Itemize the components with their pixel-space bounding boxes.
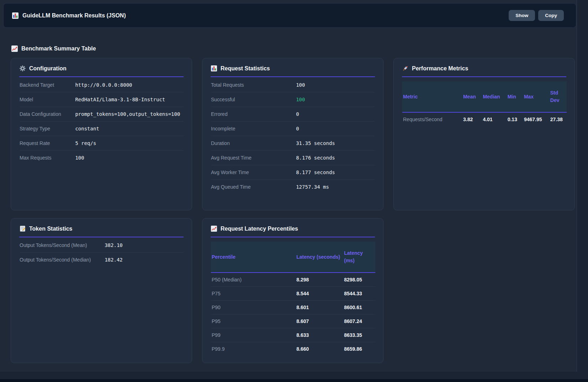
show-button[interactable]: Show (509, 10, 535, 21)
cell-std-dev: 27.38 (550, 112, 567, 126)
cell-latency-seconds: 8.298 (296, 273, 344, 287)
page-title: GuideLLM Benchmark Results (JSON) (22, 12, 126, 19)
section-title: Benchmark Summary Table (21, 45, 96, 52)
request-statistics-rows: Total Requests 100 Successful 100 Errore… (211, 77, 375, 194)
config-row-model: Model RedHatAI/Llama-3.1-8B-Instruct (20, 92, 183, 107)
row-label: Request Rate (20, 140, 75, 146)
grid-spacer (393, 218, 575, 363)
row-label: Backend Target (20, 82, 75, 88)
performance-metrics-card-header: Performance Metrics (402, 58, 566, 77)
row-value: 0 (296, 126, 299, 131)
bar-chart-icon (211, 65, 217, 72)
right-gutter (577, 0, 588, 382)
cell-latency-seconds: 8.607 (296, 314, 344, 328)
latency-percentiles-table: Percentile Latency (seconds) Latency (ms… (211, 242, 375, 356)
row-value: 12757.34 ms (296, 184, 329, 190)
memo-icon (19, 225, 26, 232)
bar-chart-icon (12, 12, 19, 19)
config-row-request-rate: Request Rate 5 req/s (20, 136, 183, 151)
performance-metrics-table: Metric Mean Median Min Max Std Dev Reque… (402, 81, 567, 126)
performance-table-row: Requests/Second 3.82 4.01 0.13 9467.95 2… (402, 112, 567, 126)
token-statistics-card-header: Token Statistics (19, 219, 184, 237)
cell-percentile: P90 (211, 301, 296, 314)
latency-percentiles-card: Request Latency Percentiles Percentile L… (202, 218, 383, 363)
cell-latency-seconds: 8.601 (296, 301, 344, 314)
row-value: RedHatAI/Llama-3.1-8B-Instruct (75, 97, 165, 102)
cell-mean: 3.82 (463, 112, 483, 126)
col-header-mean: Mean (463, 81, 483, 112)
stat-row-duration: Duration 31.35 seconds (211, 136, 375, 151)
cell-latency-ms: 8633.35 (344, 328, 375, 342)
row-label: Output Tokens/Second (Mean) (20, 242, 105, 248)
row-label: Strategy Type (20, 126, 75, 131)
config-row-strategy-type: Strategy Type constant (20, 122, 183, 136)
row-label: Successful (211, 97, 296, 102)
row-label: Avg Worker Time (211, 170, 296, 175)
stat-row-avg-request-time: Avg Request Time 8.176 seconds (211, 151, 375, 165)
latency-row-p50: P50 (Median) 8.298 8298.05 (211, 273, 375, 287)
footer-strip (0, 372, 588, 379)
cell-latency-seconds: 8.660 (296, 342, 344, 356)
config-row-max-requests: Max Requests 100 (20, 151, 183, 165)
chart-increasing-icon (211, 225, 217, 232)
row-label: Avg Request Time (211, 155, 296, 161)
latency-row-p90: P90 8.601 8600.61 (211, 301, 375, 314)
config-row-backend-target: Backend Target http://0.0.0.0:8000 (20, 78, 183, 92)
latency-row-p99-9: P99.9 8.660 8659.86 (211, 342, 375, 356)
cell-max: 9467.95 (524, 112, 550, 126)
row-label: Model (20, 97, 75, 102)
token-statistics-rows: Output Tokens/Second (Mean) 382.10 Outpu… (20, 237, 183, 267)
performance-metrics-title: Performance Metrics (412, 65, 468, 72)
cell-latency-ms: 8298.05 (344, 273, 375, 287)
stat-row-total-requests: Total Requests 100 (211, 78, 375, 92)
row-value: 0 (296, 111, 299, 117)
chart-increasing-icon (11, 45, 18, 52)
request-statistics-card-header: Request Statistics (211, 58, 375, 77)
row-value: constant (75, 126, 99, 131)
stat-row-errored: Errored 0 (211, 107, 375, 122)
row-label: Output Tokens/Second (Median) (20, 257, 105, 263)
cell-latency-ms: 8659.86 (344, 342, 375, 356)
row-value: 100 (296, 82, 305, 88)
stat-row-incomplete: Incomplete 0 (211, 122, 375, 136)
row-label: Data Configuration (20, 111, 75, 117)
col-header-latency-seconds: Latency (seconds) (296, 242, 344, 273)
token-statistics-title: Token Statistics (29, 226, 73, 232)
stat-row-successful: Successful 100 (211, 92, 375, 107)
cell-latency-seconds: 8.633 (296, 328, 344, 342)
latency-percentiles-card-header: Request Latency Percentiles (211, 219, 375, 237)
configuration-title: Configuration (29, 65, 67, 72)
row-label: Total Requests (211, 82, 296, 88)
copy-button[interactable]: Copy (538, 10, 564, 21)
app-content: GuideLLM Benchmark Results (JSON) Show C… (0, 0, 577, 363)
cell-metric: Requests/Second (402, 112, 463, 126)
performance-table-header-row: Metric Mean Median Min Max Std Dev (402, 81, 567, 112)
col-header-median: Median (483, 81, 507, 112)
section-heading: Benchmark Summary Table (11, 45, 577, 52)
cell-percentile: P75 (211, 287, 296, 301)
row-value: 31.35 seconds (296, 140, 335, 146)
row-value: 8.177 seconds (296, 170, 335, 175)
cell-min: 0.13 (508, 112, 524, 126)
col-header-std-dev: Std Dev (550, 81, 567, 112)
latency-row-p99: P99 8.633 8633.35 (211, 328, 375, 342)
col-header-percentile: Percentile (211, 242, 296, 273)
col-header-min: Min (508, 81, 524, 112)
cell-percentile: P99 (211, 328, 296, 342)
footer-strip-dark (0, 379, 588, 382)
rocket-icon (402, 65, 409, 72)
cell-latency-ms: 8544.33 (344, 287, 375, 301)
cell-latency-ms: 8600.61 (344, 301, 375, 314)
row-value-success: 100 (296, 97, 305, 102)
row-label: Duration (211, 140, 296, 146)
configuration-card: Configuration Backend Target http://0.0.… (11, 58, 192, 210)
col-header-latency-ms: Latency (ms) (344, 242, 375, 273)
stat-row-avg-worker-time: Avg Worker Time 8.177 seconds (211, 165, 375, 180)
config-row-data-configuration: Data Configuration prompt_tokens=100,out… (20, 107, 183, 122)
col-header-max: Max (524, 81, 550, 112)
request-statistics-card: Request Statistics Total Requests 100 Su… (202, 58, 383, 210)
row-value: 5 req/s (75, 140, 96, 146)
row-value: 8.176 seconds (296, 155, 335, 161)
configuration-card-header: Configuration (19, 58, 184, 77)
cell-latency-ms: 8607.24 (344, 314, 375, 328)
